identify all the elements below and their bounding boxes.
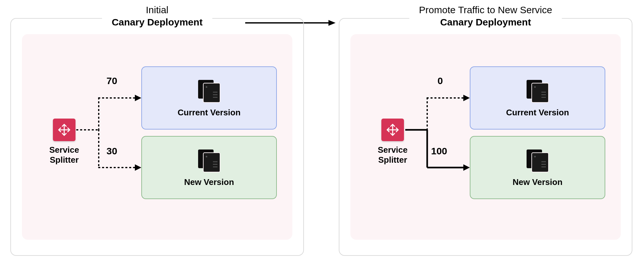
svg-point-34 bbox=[534, 86, 536, 88]
connectors-left bbox=[22, 34, 141, 202]
box-current-version: Current Version bbox=[141, 66, 277, 130]
servers-icon bbox=[196, 148, 223, 175]
box-current-version: Current Version bbox=[470, 66, 605, 130]
svg-rect-18 bbox=[203, 153, 220, 172]
svg-marker-1 bbox=[328, 20, 336, 26]
svg-rect-33 bbox=[532, 83, 548, 102]
svg-marker-31 bbox=[463, 164, 470, 171]
panel-promoted-inner: Service Splitter 0 100 bbox=[350, 34, 621, 240]
panel-title: Canary Deployment bbox=[112, 17, 203, 28]
box-new-version: New Version bbox=[470, 136, 605, 199]
weight-current: 0 bbox=[438, 75, 443, 86]
weight-new: 30 bbox=[106, 146, 117, 157]
svg-marker-7 bbox=[135, 95, 141, 101]
svg-rect-39 bbox=[532, 153, 548, 172]
panel-promoted: Promote Traffic to New Service Canary De… bbox=[339, 18, 632, 256]
box-new-version: New Version bbox=[141, 136, 277, 199]
weight-new: 100 bbox=[431, 146, 447, 157]
svg-point-40 bbox=[534, 156, 536, 157]
panel-supertitle: Promote Traffic to New Service bbox=[419, 5, 552, 15]
new-version-label: New Version bbox=[184, 177, 234, 187]
servers-icon bbox=[524, 79, 551, 105]
panel-supertitle: Initial bbox=[112, 5, 203, 15]
svg-point-19 bbox=[206, 156, 207, 157]
weight-current: 70 bbox=[106, 75, 117, 86]
panel-title: Canary Deployment bbox=[419, 17, 552, 28]
svg-marker-27 bbox=[463, 95, 470, 101]
current-version-label: Current Version bbox=[177, 108, 240, 118]
svg-point-13 bbox=[206, 86, 207, 88]
panel-promoted-titles: Promote Traffic to New Service Canary De… bbox=[409, 5, 562, 28]
svg-marker-10 bbox=[135, 164, 141, 171]
panel-initial-inner: Service Splitter 70 30 bbox=[22, 34, 292, 240]
new-version-label: New Version bbox=[513, 177, 563, 187]
panel-initial: Initial Canary Deployment Service Splitt… bbox=[10, 18, 304, 256]
panel-initial-titles: Initial Canary Deployment bbox=[102, 5, 212, 28]
servers-icon bbox=[524, 148, 551, 175]
connectors-right bbox=[350, 34, 470, 202]
current-version-label: Current Version bbox=[506, 108, 569, 118]
servers-icon bbox=[196, 79, 223, 105]
svg-rect-12 bbox=[203, 83, 220, 102]
